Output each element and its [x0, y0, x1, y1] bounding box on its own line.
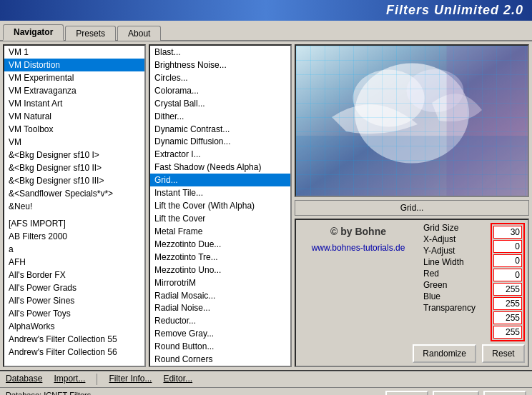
- input-grid-size[interactable]: [493, 226, 522, 239]
- list-item[interactable]: Colorama...: [150, 84, 290, 97]
- input-red[interactable]: [493, 283, 522, 296]
- list-item[interactable]: Dynamic Contrast...: [150, 123, 290, 136]
- input-y-adjust[interactable]: [493, 254, 522, 267]
- preview-image: [296, 46, 528, 196]
- list-item[interactable]: VM Instant Art: [4, 97, 144, 110]
- preview-label: Grid...: [295, 200, 529, 216]
- list-item[interactable]: VM Extravaganza: [4, 84, 144, 97]
- list-item[interactable]: All's Power Sines: [4, 294, 144, 307]
- randomize-button[interactable]: Randomize: [413, 344, 476, 363]
- list-item[interactable]: Circles...: [150, 71, 290, 84]
- import-link[interactable]: Import...: [54, 374, 85, 385]
- input-blue[interactable]: [493, 311, 522, 324]
- app-title: Filters Unlimited 2.0: [386, 3, 523, 17]
- list-item[interactable]: Dynamic Diffusion...: [150, 135, 290, 148]
- cancel-button[interactable]: Cancel: [433, 391, 479, 395]
- list-item[interactable]: Mezzotinto Uno...: [150, 264, 290, 276]
- list-item[interactable]: VM: [4, 136, 144, 149]
- list-item[interactable]: Mezzotinto Due...: [150, 238, 290, 251]
- list-item[interactable]: Metal Frame: [150, 225, 290, 238]
- input-x-adjust[interactable]: [493, 240, 522, 253]
- label-line-width: Line Width: [423, 257, 488, 267]
- settings-panel: © by Bohne www.bohnes-tutorials.de Grid …: [295, 219, 529, 367]
- list-item[interactable]: Reductor...: [150, 314, 290, 327]
- list-item[interactable]: AB Filters 2000: [4, 230, 144, 243]
- filter-info-link[interactable]: Filter Info...: [109, 374, 152, 385]
- list-item[interactable]: All's Power Toys: [4, 307, 144, 320]
- list-item[interactable]: AFH: [4, 256, 144, 269]
- list-item[interactable]: Lift the Cover (With Alpha): [150, 199, 290, 212]
- input-green[interactable]: [493, 297, 522, 310]
- filter-list[interactable]: Blast... Brightness Noise... Circles... …: [149, 44, 292, 367]
- footer: Database: ICNET-Filters Filters: 4080 Ap…: [0, 387, 532, 395]
- list-item[interactable]: Blast...: [150, 46, 290, 59]
- list-item[interactable]: Andrew's Filter Collection 55: [4, 333, 144, 346]
- label-red: Red: [423, 269, 488, 279]
- reset-button[interactable]: Reset: [482, 344, 525, 363]
- label-transparency: Transparency: [423, 303, 488, 313]
- list-item[interactable]: Crystal Ball...: [150, 97, 290, 110]
- list-item[interactable]: Round Corners: [150, 353, 290, 366]
- tab-bar: Navigator Presets About: [0, 21, 532, 41]
- list-item[interactable]: Radial Noise...: [150, 301, 290, 314]
- category-list[interactable]: VM 1 VM Distortion VM Experimental VM Ex…: [3, 44, 146, 367]
- list-item[interactable]: VM 1: [4, 46, 144, 59]
- list-item[interactable]: Round Button...: [150, 340, 290, 353]
- list-item[interactable]: Brightness Noise...: [150, 59, 290, 71]
- footer-database: Database: ICNET-Filters: [6, 391, 91, 395]
- list-item[interactable]: &<Bkg Designer sf10 I>: [4, 149, 144, 161]
- list-item[interactable]: Dither...: [150, 110, 290, 123]
- database-link[interactable]: Database: [6, 374, 42, 385]
- list-item[interactable]: Lift the Cover: [150, 212, 290, 225]
- toolbar-links: Database Import... Filter Info... Editor…: [6, 374, 192, 385]
- list-item[interactable]: &Neu!: [4, 200, 144, 213]
- list-item[interactable]: VM Experimental: [4, 71, 144, 84]
- toolbar-separator: [97, 374, 97, 385]
- editor-link[interactable]: Editor...: [163, 374, 192, 385]
- list-item[interactable]: AlphaWorks: [4, 320, 144, 333]
- list-item[interactable]: &<Bkg Designer sf10 III>: [4, 174, 144, 187]
- label-y-adjust: Y-Adjust: [423, 246, 488, 256]
- list-item[interactable]: Instant Tile...: [150, 186, 290, 199]
- watermark: © by Bohne www.bohnes-tutorials.de: [299, 223, 418, 256]
- tab-about[interactable]: About: [117, 26, 161, 41]
- list-item[interactable]: Fast Shadow (Needs Alpha): [150, 161, 290, 174]
- footer-info: Database: ICNET-Filters Filters: 4080: [6, 391, 91, 395]
- right-panel: Grid... © by Bohne www.bohnes-tutorials.…: [295, 44, 529, 367]
- list-item[interactable]: Mezzotinto Tre...: [150, 251, 290, 264]
- main-content: VM 1 VM Distortion VM Experimental VM Ex…: [0, 41, 532, 370]
- list-item[interactable]: All's Border FX: [4, 269, 144, 281]
- list-item[interactable]: Radial Mosaic...: [150, 289, 290, 302]
- input-transparency[interactable]: [493, 326, 522, 339]
- list-item[interactable]: [AFS IMPORT]: [4, 217, 144, 230]
- list-item[interactable]: VM Natural: [4, 110, 144, 123]
- list-item[interactable]: VM Toolbox: [4, 123, 144, 136]
- list-item-vm-distortion[interactable]: VM Distortion: [4, 59, 144, 71]
- settings-actions: Randomize Reset: [299, 344, 525, 363]
- help-button[interactable]: Help: [483, 391, 526, 395]
- list-item[interactable]: &<Bkg Designer sf10 II>: [4, 161, 144, 174]
- list-item[interactable]: All's Power Grads: [4, 281, 144, 294]
- list-item[interactable]: Andrew's Filter Collection 56: [4, 346, 144, 359]
- app-window: Filters Unlimited 2.0 Navigator Presets …: [0, 0, 532, 395]
- list-item[interactable]: Extractor I...: [150, 148, 290, 161]
- list-item[interactable]: Remove Gray...: [150, 327, 290, 340]
- preview-area: [295, 44, 529, 197]
- list-item[interactable]: a: [4, 243, 144, 256]
- list-item[interactable]: &<Sandflower Specials*v*>: [4, 187, 144, 200]
- list-item-grid[interactable]: Grid...: [150, 174, 290, 186]
- label-grid-size: Grid Size: [423, 223, 488, 233]
- tab-navigator[interactable]: Navigator: [3, 24, 64, 41]
- list-item[interactable]: MirrorotriM: [150, 276, 290, 289]
- footer-buttons: Apply Cancel Help: [385, 391, 526, 395]
- watermark-title: © by Bohne: [330, 223, 386, 241]
- svg-rect-6: [296, 136, 528, 196]
- settings-values: [491, 223, 525, 341]
- apply-button[interactable]: Apply: [385, 391, 428, 395]
- bottom-toolbar: Database Import... Filter Info... Editor…: [0, 370, 532, 387]
- tab-presets[interactable]: Presets: [65, 26, 116, 41]
- label-green: Green: [423, 280, 488, 290]
- title-bar: Filters Unlimited 2.0: [0, 0, 532, 21]
- input-line-width[interactable]: [493, 269, 522, 281]
- label-x-adjust: X-Adjust: [423, 234, 488, 244]
